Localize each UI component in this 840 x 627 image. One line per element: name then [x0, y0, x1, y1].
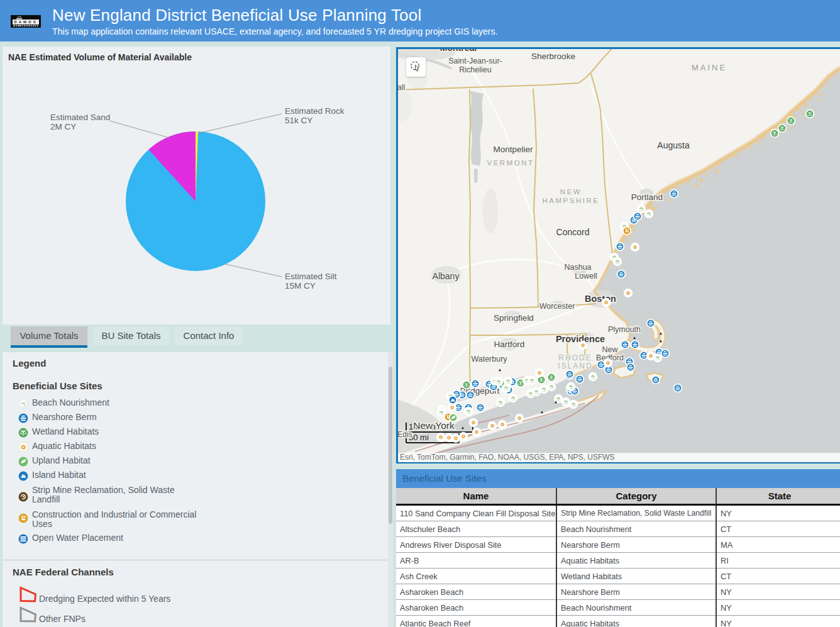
svg-text:New: New	[602, 345, 618, 354]
svg-text:NEW: NEW	[560, 188, 582, 196]
svg-text:51k CY: 51k CY	[285, 116, 312, 125]
svg-text:HAMPSHIRE: HAMPSHIRE	[543, 197, 600, 204]
svg-text:ISLAND: ISLAND	[558, 362, 592, 370]
svg-text:MAINE: MAINE	[692, 63, 727, 72]
svg-text:Edis: Edis	[397, 430, 412, 439]
svg-text:Portland: Portland	[631, 192, 663, 202]
svg-text:Nashua: Nashua	[564, 263, 591, 272]
svg-text:2M CY: 2M CY	[50, 122, 76, 131]
svg-text:Albany: Albany	[433, 271, 460, 281]
svg-text:Boston: Boston	[585, 294, 616, 304]
svg-text:Estimated Silt: Estimated Silt	[285, 272, 337, 281]
svg-text:New York: New York	[413, 420, 455, 431]
svg-text:Augusta: Augusta	[657, 140, 690, 150]
svg-text:Hartford: Hartford	[494, 340, 525, 349]
svg-text:Plymouth: Plymouth	[608, 325, 641, 334]
svg-text:Springfield: Springfield	[494, 313, 534, 323]
svg-text:Richelieu: Richelieu	[459, 65, 491, 74]
svg-text:all: all	[397, 83, 406, 92]
svg-text:15M CY: 15M CY	[285, 281, 316, 291]
svg-text:Lowell: Lowell	[575, 272, 597, 280]
svg-text:Worcester: Worcester	[539, 302, 575, 311]
svg-text:Concord: Concord	[556, 227, 590, 237]
svg-text:Estimated Rock: Estimated Rock	[285, 106, 345, 116]
svg-text:RHODE: RHODE	[558, 353, 592, 362]
svg-text:Estimated Sand: Estimated Sand	[50, 113, 110, 122]
svg-text:Sherbrooke: Sherbrooke	[531, 52, 575, 61]
svg-text:Waterbury: Waterbury	[471, 355, 507, 363]
svg-text:Montpelier: Montpelier	[493, 145, 533, 154]
svg-text:Saint-Jean-sur-: Saint-Jean-sur-	[448, 57, 502, 65]
svg-text:VERMONT: VERMONT	[487, 159, 534, 167]
